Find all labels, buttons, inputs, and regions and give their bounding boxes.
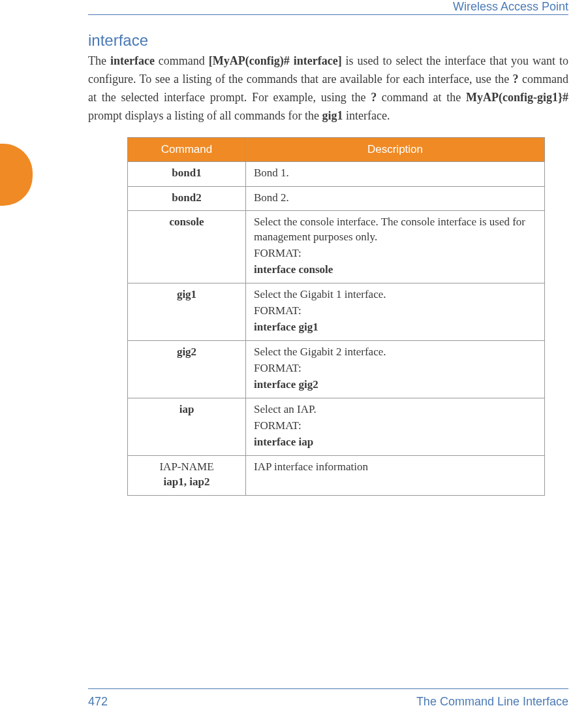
desc-cell: Select the console interface. The consol… bbox=[246, 211, 545, 283]
side-tab-decoration bbox=[0, 144, 33, 206]
cmd-cell: bond2 bbox=[128, 186, 246, 211]
table-row: bond1 Bond 1. bbox=[128, 161, 545, 186]
desc-text: Select the console interface. The consol… bbox=[254, 215, 536, 245]
desc-cell: IAP interface information bbox=[246, 455, 545, 495]
col-header-description: Description bbox=[246, 137, 545, 161]
desc-format-label: FORMAT: bbox=[254, 361, 536, 376]
desc-text: Select an IAP. bbox=[254, 402, 536, 417]
intro-bold: MyAP(config-gig1}# bbox=[466, 91, 568, 104]
desc-format-label: FORMAT: bbox=[254, 419, 536, 434]
desc-format-value: interface gig1 bbox=[254, 320, 536, 335]
table-row: gig1 Select the Gigabit 1 interface. FOR… bbox=[128, 283, 545, 341]
desc-cell: Select an IAP. FORMAT: interface iap bbox=[246, 398, 545, 455]
intro-text: prompt displays a listing of all command… bbox=[88, 109, 322, 122]
desc-cell: Bond 1. bbox=[246, 161, 545, 186]
page: Wireless Access Point interface The inte… bbox=[0, 0, 588, 725]
cmd-sub: iap1, iap2 bbox=[136, 475, 238, 490]
cmd-main: IAP-NAME bbox=[136, 460, 238, 475]
desc-format-value: interface console bbox=[254, 263, 536, 278]
intro-bold: interface bbox=[110, 54, 155, 67]
cmd-cell: console bbox=[128, 211, 246, 283]
desc-text: Select the Gigabit 2 interface. bbox=[254, 345, 536, 360]
content-area: interface The interface command [MyAP(co… bbox=[88, 31, 568, 496]
desc-cell: Select the Gigabit 1 interface. FORMAT: … bbox=[246, 283, 545, 341]
desc-format-label: FORMAT: bbox=[254, 304, 536, 319]
intro-text: command at the bbox=[377, 91, 466, 104]
intro-bold: gig1 bbox=[322, 109, 343, 122]
table-header-row: Command Description bbox=[128, 137, 545, 161]
intro-bold: ? bbox=[513, 72, 519, 86]
desc-cell: Select the Gigabit 2 interface. FORMAT: … bbox=[246, 341, 545, 398]
intro-text: interface. bbox=[343, 109, 390, 122]
cmd-cell: bond1 bbox=[128, 161, 246, 186]
cmd-cell: iap bbox=[128, 398, 246, 455]
running-header: Wireless Access Point bbox=[453, 0, 568, 14]
table-row: iap Select an IAP. FORMAT: interface iap bbox=[128, 398, 545, 455]
cmd-cell: IAP-NAME iap1, iap2 bbox=[128, 455, 246, 495]
desc-text: Select the Gigabit 1 interface. bbox=[254, 287, 536, 302]
table-row: IAP-NAME iap1, iap2 IAP interface inform… bbox=[128, 455, 545, 495]
intro-paragraph: The interface command [MyAP(config)# int… bbox=[88, 52, 568, 125]
footer-rule bbox=[88, 688, 568, 689]
desc-format-value: interface iap bbox=[254, 435, 536, 450]
command-table: Command Description bond1 Bond 1. bond2 … bbox=[127, 137, 545, 496]
cmd-cell: gig1 bbox=[128, 283, 246, 341]
intro-text: The bbox=[88, 54, 110, 67]
intro-bold: [MyAP(config)# interface] bbox=[209, 54, 342, 67]
desc-format-value: interface gig2 bbox=[254, 378, 536, 393]
page-number: 472 bbox=[88, 695, 108, 709]
intro-text: command bbox=[155, 54, 209, 67]
desc-cell: Bond 2. bbox=[246, 186, 545, 211]
intro-bold: ? bbox=[371, 91, 377, 104]
cmd-cell: gig2 bbox=[128, 341, 246, 398]
header-rule bbox=[88, 14, 568, 15]
footer-section: The Command Line Interface bbox=[416, 695, 568, 709]
col-header-command: Command bbox=[128, 137, 246, 161]
desc-format-label: FORMAT: bbox=[254, 246, 536, 261]
table-row: gig2 Select the Gigabit 2 interface. FOR… bbox=[128, 341, 545, 398]
section-title: interface bbox=[88, 31, 568, 50]
table-row: console Select the console interface. Th… bbox=[128, 211, 545, 283]
table-row: bond2 Bond 2. bbox=[128, 186, 545, 211]
